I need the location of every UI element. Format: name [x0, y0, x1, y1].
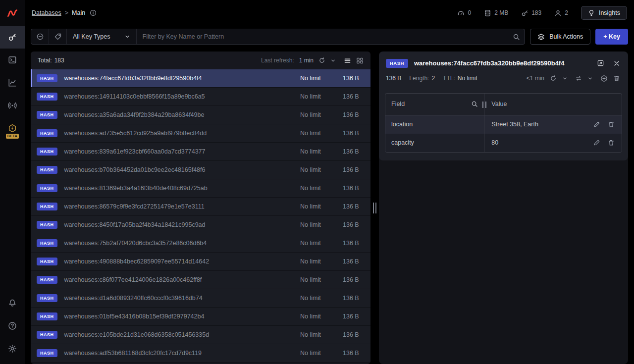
- key-list-row[interactable]: HASH warehouses:81369eb3a4a16f3b40de408c…: [31, 179, 370, 198]
- key-list-row[interactable]: HASH warehouses:8450f17a05ba2f4b34a18421…: [31, 216, 370, 234]
- key-list-row[interactable]: HASH warehouses:adf53b681168d3cfc20fc17c…: [31, 344, 370, 363]
- key-details-card: HASH warehouses:74facc67fdb3a320bb9e8df2…: [379, 52, 628, 160]
- delete-field-icon[interactable]: [608, 139, 615, 146]
- sidebar-bottom: [0, 292, 25, 364]
- delete-field-icon[interactable]: [608, 121, 615, 128]
- add-field-icon[interactable]: [600, 75, 608, 82]
- lightbulb-icon: [588, 9, 595, 16]
- key-name: warehouses:81369eb3a4a16f3b40de408c69d72…: [64, 185, 293, 192]
- sidebar-item-analytics[interactable]: [0, 71, 25, 94]
- key-list-row[interactable]: HASH warehouses:b70b364452da01bc9ee2ec48…: [31, 161, 370, 179]
- search-button[interactable]: [508, 29, 525, 44]
- key-list-row[interactable]: HASH warehouses:e105bde21d31e068d6358c05…: [31, 326, 370, 344]
- key-list-row[interactable]: HASH warehouses:74facc67fdb3a320bb9e8df2…: [31, 69, 370, 88]
- key-list-row[interactable]: HASH warehouses:a35a6ada34f9f2b384a29ba8…: [31, 106, 370, 124]
- scan-filter-button[interactable]: [31, 29, 49, 44]
- key-icon: [521, 9, 528, 17]
- sidebar-item-browser[interactable]: [0, 26, 25, 49]
- key-name: warehouses:8450f17a05ba2f4b34a18421c995c…: [64, 221, 293, 228]
- field-row[interactable]: location Street 358, Earth: [385, 115, 622, 134]
- key-name: warehouses:ad735e5c612cd925a9abf979b8ec8…: [64, 130, 293, 137]
- sidebar-item-triggers-functions[interactable]: BETA: [0, 117, 25, 146]
- sidebar-item-workbench[interactable]: [0, 49, 25, 71]
- details-refresh-icon[interactable]: [550, 75, 557, 82]
- details-actions: <1 min: [527, 75, 620, 82]
- edit-field-icon[interactable]: [593, 121, 600, 128]
- redis-logo[interactable]: [0, 0, 25, 26]
- stat-clients: 2: [554, 9, 568, 17]
- field-row[interactable]: capacity 80: [385, 134, 622, 152]
- refresh-icon[interactable]: [318, 57, 325, 64]
- sidebar-item-notifications[interactable]: [0, 292, 25, 314]
- key-size: 136 B: [343, 276, 364, 283]
- top-header: Databases > Main 0 2 MB: [25, 0, 634, 26]
- insights-button[interactable]: Insights: [581, 6, 627, 20]
- key-ttl: No limit: [300, 185, 336, 192]
- value-column-header[interactable]: Value: [484, 94, 622, 115]
- stat-keys-value: 183: [531, 9, 541, 16]
- add-key-button[interactable]: + Key: [595, 29, 628, 45]
- key-list-row[interactable]: HASH warehouses:839a61ef923cbf660aa0da7c…: [31, 143, 370, 161]
- sidebar-item-help[interactable]: [0, 314, 25, 337]
- format-chevron-icon[interactable]: [587, 76, 593, 81]
- key-size: 136 B: [343, 148, 364, 155]
- pubsub-broadcast-icon: [8, 101, 17, 110]
- field-search-icon[interactable]: [471, 101, 478, 107]
- key-type-badge: HASH: [37, 166, 57, 174]
- key-list-row[interactable]: HASH warehouses:c86f077ee4124006e1826a00…: [31, 271, 370, 289]
- edit-field-icon[interactable]: [593, 139, 600, 146]
- breadcrumb: Databases > Main: [32, 9, 97, 16]
- key-list-body: HASH warehouses:74facc67fdb3a320bb9e8df2…: [31, 69, 370, 364]
- delete-key-icon[interactable]: [613, 75, 620, 82]
- panel-splitter[interactable]: [370, 52, 379, 364]
- details-info-row: 136 B Length: 2 TTL: No limit <1 min: [379, 72, 628, 88]
- key-list-row[interactable]: HASH warehouses:01bf5e43416b08b15ef39df2…: [31, 308, 370, 326]
- sidebar: BETA: [0, 0, 25, 364]
- key-type-badge: HASH: [37, 294, 57, 302]
- header-stats: 0 2 MB 183 2: [457, 6, 627, 20]
- triggers-functions-icon: [8, 124, 17, 133]
- tree-view-icon[interactable]: [356, 57, 364, 64]
- details-size: 136 B: [386, 75, 401, 82]
- key-size: 136 B: [343, 331, 364, 338]
- sidebar-item-pubsub[interactable]: [0, 94, 25, 117]
- filter-toolbar: All Key Types Bulk Actions + Key: [31, 29, 628, 45]
- key-list-row[interactable]: HASH warehouses:ad735e5c612cd925a9abf979…: [31, 124, 370, 143]
- refresh-options-chevron-icon[interactable]: [330, 58, 336, 63]
- key-list-row[interactable]: HASH warehouses:490888b4bec62859097ee557…: [31, 253, 370, 271]
- key-filter-input[interactable]: [137, 33, 508, 40]
- db-info-icon[interactable]: [90, 9, 97, 16]
- details-refresh-chevron-icon[interactable]: [562, 76, 568, 81]
- bulk-actions-button[interactable]: Bulk Actions: [530, 29, 590, 45]
- key-type-view-button[interactable]: [49, 29, 67, 44]
- key-list-row[interactable]: HASH warehouses:d1a6d0893240ffc60cccf0c3…: [31, 289, 370, 308]
- fields-table: Field Value location Street 358, Earth: [385, 93, 622, 153]
- key-size: 136 B: [343, 258, 364, 265]
- key-ttl: No limit: [300, 276, 336, 283]
- breadcrumb-separator: >: [65, 9, 68, 16]
- field-column-header[interactable]: Field: [385, 94, 484, 115]
- fields-table-header: Field Value: [385, 94, 622, 115]
- field-cell: capacity: [385, 134, 484, 152]
- key-list-header-right: Last refresh: 1 min: [261, 57, 364, 64]
- format-switch-icon[interactable]: [575, 75, 582, 82]
- key-name: warehouses:74facc67fdb3a320bb9e8df29590b…: [64, 75, 293, 82]
- breadcrumb-databases-link[interactable]: Databases: [32, 9, 61, 16]
- key-size: 136 B: [343, 350, 364, 357]
- fullscreen-icon[interactable]: [597, 59, 604, 67]
- key-list-row[interactable]: HASH warehouses:149114103c0ebbf8566f15a8…: [31, 88, 370, 106]
- key-type-filter-select[interactable]: All Key Types: [67, 29, 137, 44]
- list-view-icon[interactable]: [344, 57, 351, 64]
- key-ttl: No limit: [300, 130, 336, 137]
- key-list-row[interactable]: HASH warehouses:86579c9f9e3fcd27251479e1…: [31, 198, 370, 216]
- close-icon[interactable]: [613, 59, 620, 67]
- key-size: 136 B: [343, 240, 364, 247]
- layers-icon: [537, 33, 545, 41]
- sidebar-item-settings[interactable]: [0, 337, 25, 360]
- details-length: Length: 2: [409, 75, 435, 82]
- column-resize-handle[interactable]: [482, 102, 486, 108]
- key-list-row[interactable]: HASH warehouses:75b2af70420d6cbc3a3572e8…: [31, 234, 370, 253]
- key-ttl: No limit: [300, 203, 336, 210]
- field-cell: location: [385, 115, 484, 134]
- row-actions: [593, 139, 615, 146]
